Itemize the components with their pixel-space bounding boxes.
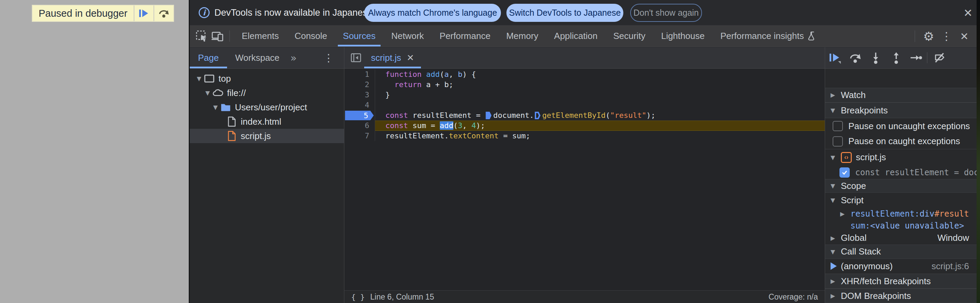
section-breakpoints[interactable]: ▼ Breakpoints	[825, 103, 977, 118]
line-number-gutter[interactable]: 3	[344, 90, 375, 100]
code-line-text: function add(a, b) {	[375, 69, 825, 79]
tab-elements[interactable]: Elements	[234, 25, 286, 46]
line-number-gutter[interactable]: 5	[344, 110, 375, 121]
scope-global-row[interactable]: ▶ Global Window	[825, 232, 977, 244]
close-devtools-icon[interactable]: ✕	[955, 30, 973, 42]
caret-down-icon[interactable]: ▼	[194, 75, 204, 82]
scope-var-resultElement[interactable]: ▶ resultElement: div#result	[825, 208, 977, 220]
step-into-icon[interactable]	[869, 51, 883, 65]
pause-uncaught-checkbox[interactable]	[833, 121, 843, 131]
infobar-close-icon[interactable]: ✕	[961, 6, 975, 20]
code-line-1: 1function add(a, b) {	[344, 69, 825, 79]
step-over-icon[interactable]	[848, 51, 862, 65]
line-number-gutter[interactable]: 1	[344, 69, 375, 79]
tree-item-script-js[interactable]: script.js	[190, 129, 344, 143]
caret-down-icon[interactable]: ▼	[211, 104, 220, 111]
caret-down-icon[interactable]: ▼	[203, 89, 212, 96]
tab-memory[interactable]: Memory	[498, 25, 546, 46]
code-editor[interactable]: 1function add(a, b) {2 return a + b;3}45…	[344, 69, 825, 290]
step-over-button-overlay[interactable]	[154, 5, 173, 21]
inline-step-marker-icon[interactable]	[535, 112, 541, 119]
caret-right-icon[interactable]: ▶	[830, 278, 841, 284]
more-options-icon[interactable]: ⋮	[938, 30, 955, 43]
section-dom-breakpoints[interactable]: ▶ DOM Breakpoints	[825, 289, 977, 303]
always-match-language-button[interactable]: Always match Chrome's language	[364, 4, 501, 22]
tab-security[interactable]: Security	[606, 25, 654, 46]
cursor-position: Line 6, Column 15	[370, 292, 434, 301]
checkbox-label: Pause on uncaught exceptions	[848, 121, 970, 132]
line-number-gutter[interactable]: 4	[344, 100, 375, 110]
tab-performance[interactable]: Performance	[432, 25, 498, 46]
step-out-icon[interactable]	[889, 51, 903, 65]
frame-name: (anonymous)	[841, 261, 893, 271]
caret-down-icon[interactable]: ▼	[830, 197, 841, 204]
code-line-text: resultElement.textContent = sum;	[375, 131, 825, 141]
section-watch[interactable]: ▶ Watch	[825, 88, 977, 103]
tree-item-top[interactable]: ▼ top	[190, 71, 344, 86]
tab-lighthouse[interactable]: Lighthouse	[653, 25, 712, 46]
device-toolbar-icon[interactable]	[210, 25, 225, 46]
tab-application[interactable]: Application	[546, 25, 605, 46]
scope-script-row[interactable]: ▼ Script	[825, 193, 977, 208]
line-number-gutter[interactable]: 6	[344, 121, 375, 131]
desktop-edge	[977, 0, 980, 303]
tree-item-project-folder[interactable]: ▼ Users/user/project	[190, 100, 344, 114]
switch-devtools-japanese-button[interactable]: Switch DevTools to Japanese	[506, 4, 624, 22]
breakpoint-group-row[interactable]: ▼ ‹› script.js	[825, 149, 977, 166]
breakpoint-checkbox[interactable]	[840, 167, 850, 178]
devtools-window: i DevTools is now available in Japanese!…	[189, 0, 977, 303]
scope-global-value: Window	[938, 233, 971, 243]
close-tab-icon[interactable]: ✕	[407, 52, 414, 63]
more-tabs-icon[interactable]: »	[290, 52, 295, 64]
caret-down-icon[interactable]: ▼	[830, 154, 841, 161]
breakpoint-marker[interactable]: 5	[345, 111, 374, 120]
section-xhr-breakpoints[interactable]: ▶ XHR/fetch Breakpoints	[825, 274, 977, 289]
caret-right-icon[interactable]: ▶	[840, 210, 850, 217]
caret-right-icon[interactable]: ▶	[830, 235, 841, 241]
section-call-stack[interactable]: ▼ Call Stack	[825, 244, 977, 259]
tab-network[interactable]: Network	[383, 25, 431, 46]
tab-workspace[interactable]: Workspace	[227, 47, 288, 68]
caret-down-icon[interactable]: ▼	[830, 182, 841, 189]
pause-uncaught-row: Pause on uncaught exceptions	[825, 118, 977, 134]
scope-var-sum[interactable]: sum: <value unavailable>	[825, 220, 977, 232]
line-number-gutter[interactable]: 7	[344, 131, 375, 141]
code-line-text	[375, 100, 825, 110]
caret-right-icon[interactable]: ▶	[830, 292, 841, 299]
tree-label: Users/user/project	[235, 102, 307, 113]
tab-page[interactable]: Page	[190, 47, 227, 68]
inline-step-marker-icon[interactable]	[485, 112, 492, 119]
current-frame-arrow-icon	[830, 262, 837, 270]
caret-down-icon[interactable]: ▼	[830, 107, 841, 114]
pretty-print-icon[interactable]: { }	[351, 293, 365, 301]
resume-script-button[interactable]	[134, 5, 154, 21]
pause-caught-checkbox[interactable]	[833, 136, 843, 146]
collapse-sidebar-icon[interactable]	[350, 52, 362, 64]
controls-divider	[927, 52, 928, 63]
step-icon[interactable]	[909, 51, 923, 65]
editor-tab-script-js[interactable]: script.js ✕	[364, 47, 421, 68]
editor-statusbar: { } Line 6, Column 15 Coverage: n/a	[344, 290, 825, 303]
caret-down-icon[interactable]: ▼	[830, 248, 841, 255]
tab-label: Lighthouse	[661, 31, 705, 41]
section-scope[interactable]: ▼ Scope	[825, 179, 977, 193]
tree-item-index-html[interactable]: index.html	[190, 114, 344, 129]
tab-console[interactable]: Console	[286, 25, 335, 46]
editor-column: script.js ✕ 1function add(a, b) {2 retur…	[344, 47, 825, 303]
tab-label: Performance	[440, 31, 491, 41]
deactivate-breakpoints-icon[interactable]	[933, 51, 947, 65]
settings-gear-icon[interactable]: ⚙	[920, 29, 938, 43]
call-stack-frame-row[interactable]: (anonymous) script.js:6	[825, 259, 977, 274]
tab-performance-insights[interactable]: Performance insights	[713, 25, 826, 46]
tab-sources[interactable]: Sources	[335, 25, 383, 46]
navigator-menu-icon[interactable]: ⋮	[323, 52, 334, 64]
tree-item-file-origin[interactable]: ▼ file://	[190, 86, 344, 100]
caret-right-icon[interactable]: ▶	[830, 92, 841, 98]
resume-script-icon[interactable]	[828, 51, 842, 65]
dont-show-again-button[interactable]: Don't show again	[630, 4, 702, 22]
section-label: Call Stack	[841, 246, 881, 257]
inspect-element-icon[interactable]	[194, 25, 210, 46]
editor-tabbar: script.js ✕	[344, 47, 825, 69]
line-number-gutter[interactable]: 2	[344, 79, 375, 90]
breakpoint-entry-row[interactable]: const resultElement = doc⋯ 5	[825, 166, 977, 179]
